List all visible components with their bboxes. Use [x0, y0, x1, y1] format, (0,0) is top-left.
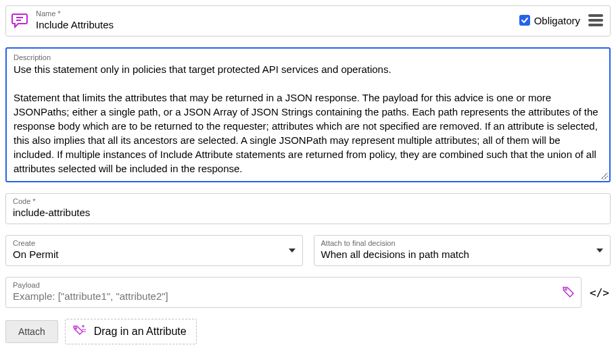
- payload-label: Payload: [13, 280, 574, 290]
- attach-button[interactable]: Attach: [5, 320, 58, 343]
- description-textarea[interactable]: Use this statement only in policies that…: [14, 62, 602, 176]
- code-field: Code*: [5, 193, 611, 224]
- code-input[interactable]: [13, 206, 603, 219]
- svg-point-2: [565, 288, 567, 290]
- create-value: On Permit: [13, 248, 295, 261]
- svg-point-3: [75, 328, 76, 329]
- speech-bubble-icon: [11, 12, 29, 28]
- obligatory-checkbox[interactable]: Obligatory: [519, 15, 580, 26]
- code-toggle-icon[interactable]: </>: [588, 286, 611, 299]
- attach-decision-select[interactable]: Attach to final decision When all decisi…: [314, 235, 611, 266]
- chevron-down-icon: [596, 249, 603, 253]
- checkbox-checked-icon: [519, 15, 530, 26]
- name-input[interactable]: [36, 18, 513, 32]
- resize-handle-icon[interactable]: [601, 173, 608, 180]
- code-label: Code*: [13, 197, 603, 206]
- chevron-down-icon: [289, 249, 295, 253]
- payload-row: Payload </>: [5, 277, 611, 308]
- attach-row: Attach Drag in an Attribute: [5, 319, 611, 344]
- drag-attribute-label: Drag in an Attribute: [94, 326, 187, 338]
- description-field: Description Use this statement only in p…: [5, 47, 611, 182]
- name-label: Name*: [36, 9, 513, 18]
- attach-decision-label: Attach to final decision: [321, 238, 604, 248]
- description-label: Description: [14, 53, 602, 62]
- payload-field: Payload: [5, 277, 582, 308]
- tag-icon[interactable]: [562, 285, 575, 301]
- drag-attribute-icon: [72, 323, 87, 340]
- menu-icon[interactable]: [587, 13, 605, 28]
- name-field-block: Name*: [36, 9, 513, 32]
- create-attach-row: Create On Permit Attach to final decisio…: [5, 235, 611, 266]
- name-row: Name* Obligatory: [5, 5, 611, 36]
- attach-decision-value: When all decisions in path match: [321, 248, 604, 261]
- create-select[interactable]: Create On Permit: [5, 235, 303, 266]
- create-label: Create: [13, 238, 295, 248]
- obligatory-label: Obligatory: [534, 15, 580, 26]
- drag-attribute-target[interactable]: Drag in an Attribute: [65, 319, 197, 344]
- payload-input[interactable]: [13, 290, 574, 303]
